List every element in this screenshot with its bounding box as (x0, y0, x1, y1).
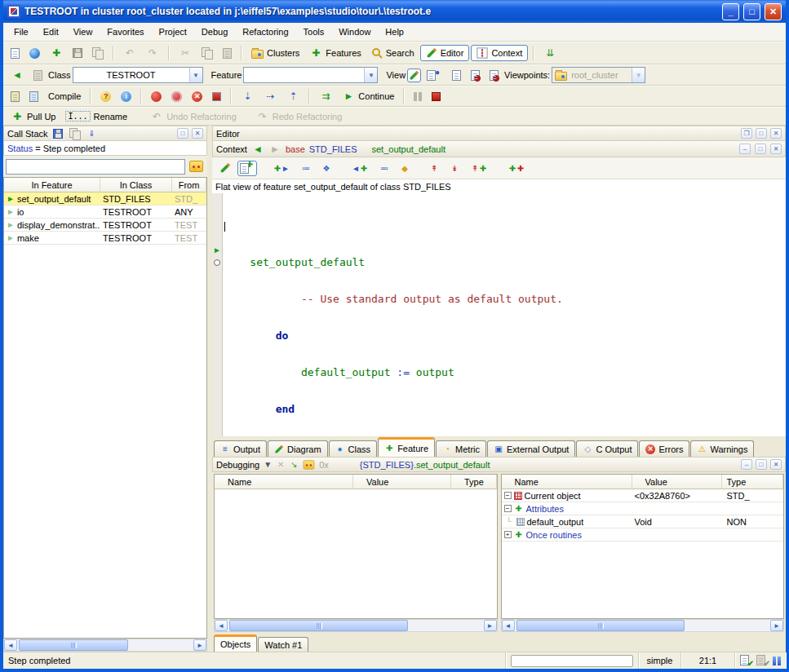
step-out-button[interactable] (282, 87, 304, 105)
col-value[interactable]: Value (353, 475, 451, 489)
class-history-button[interactable] (7, 66, 28, 84)
view-interface-button[interactable] (485, 68, 503, 83)
col-value[interactable]: Value (632, 475, 722, 489)
tab-objects[interactable]: Objects (214, 634, 257, 652)
call-stack-filter-input[interactable] (6, 159, 185, 175)
compile-button[interactable]: Compile (44, 89, 85, 104)
watch-hscrollbar[interactable]: ◄ ► (214, 619, 498, 632)
panel-maximize-button[interactable]: □ (756, 459, 767, 470)
assignees-button[interactable] (375, 159, 393, 177)
menu-refactoring[interactable]: Refactoring (235, 24, 295, 39)
menu-favorites[interactable]: Favorites (100, 24, 151, 39)
context-back-icon[interactable] (251, 143, 264, 156)
table-row[interactable]: ►set_output_default STD_FILES STD_ (4, 192, 206, 206)
col-in-class[interactable]: In Class (100, 178, 172, 192)
col-name[interactable]: Name (502, 475, 632, 489)
melt-button[interactable] (7, 89, 24, 104)
send-to-external-button[interactable] (539, 44, 561, 62)
feature-combobox[interactable]: ▼ (243, 67, 378, 83)
call-stack-hscrollbar[interactable]: ◄ ► (3, 639, 207, 652)
implementers-button[interactable] (503, 159, 530, 177)
view-contract-button[interactable] (467, 68, 484, 83)
disable-breakpoints-button[interactable] (167, 89, 186, 104)
clusters-button[interactable]: Clusters (247, 46, 304, 61)
menu-window[interactable]: Window (331, 24, 378, 39)
menu-edit[interactable]: Edit (36, 24, 66, 39)
enable-breakpoints-button[interactable] (147, 89, 166, 104)
scroll-right-icon[interactable]: ► (484, 620, 497, 631)
tab-c-output[interactable]: C Output (576, 440, 638, 457)
breakpoint-gutter[interactable]: ► (212, 193, 223, 436)
menu-view[interactable]: View (66, 24, 100, 39)
minimize-button[interactable]: _ (722, 3, 739, 20)
class-combobox[interactable]: TESTROOT ▼ (73, 67, 203, 83)
expand-icon[interactable]: + (504, 531, 512, 538)
creators-button[interactable] (317, 159, 335, 177)
breadcrumb-class[interactable]: STD_FILES (309, 144, 357, 154)
collapse-icon[interactable]: − (504, 492, 512, 499)
panel-minimize-button[interactable]: – (739, 144, 751, 154)
panel-maximize-button[interactable]: □ (177, 128, 188, 139)
col-type[interactable]: Type (722, 475, 784, 489)
stop-button[interactable] (428, 90, 445, 104)
table-row[interactable]: ►display_demonstrat... TESTROOT TEST (4, 219, 206, 232)
tab-external-output[interactable]: External Output (487, 440, 575, 457)
menu-help[interactable]: Help (378, 24, 411, 39)
view-clickable-button[interactable] (423, 68, 446, 83)
chevron-down-icon[interactable] (263, 458, 273, 471)
panel-maximize-button[interactable]: □ (756, 128, 767, 139)
scroll-thumb[interactable] (19, 639, 128, 651)
scroll-thumb[interactable] (229, 620, 408, 631)
tab-feature[interactable]: Feature (378, 437, 435, 457)
panel-close-button[interactable]: ✕ (770, 128, 782, 139)
code-editor[interactable]: set_output_default -- Use standard outpu… (223, 193, 786, 436)
scroll-left-icon[interactable]: ◄ (502, 620, 515, 631)
col-type[interactable]: Type (451, 475, 497, 489)
continue-button[interactable]: Continue (338, 87, 398, 105)
scroll-left-icon[interactable]: ◄ (4, 639, 17, 651)
edit-feature-button[interactable] (215, 160, 235, 176)
assigners-button[interactable] (297, 159, 315, 177)
scroll-thumb[interactable] (516, 620, 685, 631)
compile-help-button[interactable]: ? (96, 89, 115, 104)
chevron-down-icon[interactable]: ▼ (189, 68, 202, 82)
maximize-button[interactable]: □ (743, 3, 760, 20)
chevron-down-icon[interactable]: ▼ (364, 68, 377, 82)
scroll-right-icon[interactable]: ► (193, 639, 206, 651)
open-button[interactable] (25, 46, 44, 61)
breakpoint-slot-icon[interactable] (214, 259, 220, 266)
pull-up-button[interactable]: Pull Up (7, 108, 60, 126)
table-row[interactable]: ►make TESTROOT TEST (4, 232, 206, 245)
scroll-left-icon[interactable]: ◄ (215, 620, 228, 631)
homonyms-button[interactable] (466, 159, 492, 177)
rename-button[interactable]: I... Rename (61, 108, 131, 124)
tab-metric[interactable]: Metric (436, 440, 486, 457)
hex-bubble-icon[interactable] (304, 460, 315, 469)
run-ignore-breakpoints-button[interactable] (315, 87, 336, 105)
callers-button[interactable] (268, 159, 295, 177)
ancestors-button[interactable] (425, 159, 443, 177)
callees-button[interactable] (347, 159, 373, 177)
panel-close-button[interactable]: ✕ (770, 144, 782, 154)
col-from[interactable]: From (172, 178, 206, 192)
features-button[interactable]: Features (305, 44, 365, 62)
new-feature-button[interactable] (237, 161, 257, 176)
col-name[interactable]: Name (215, 475, 353, 489)
breakpoints-window-button[interactable] (208, 90, 225, 104)
remove-breakpoints-button[interactable]: ✕ (188, 89, 206, 104)
open-object-icon[interactable] (289, 458, 299, 471)
col-in-feature[interactable]: In Feature (4, 178, 100, 192)
breadcrumb-feature[interactable]: set_output_default (371, 144, 445, 154)
panel-close-button[interactable]: ✕ (192, 128, 203, 139)
editor-button[interactable]: Editor (420, 45, 470, 61)
panel-restore-button[interactable]: ❐ (741, 128, 752, 139)
menu-debug[interactable]: Debug (194, 24, 235, 39)
new-button[interactable] (7, 46, 24, 61)
menu-project[interactable]: Project (152, 24, 194, 39)
add-button[interactable] (46, 44, 67, 62)
freeze-button[interactable] (25, 89, 42, 104)
panel-close-button[interactable]: ✕ (770, 459, 782, 470)
table-row[interactable]: default_output Void NON (502, 515, 784, 528)
menu-file[interactable]: File (7, 24, 36, 39)
collapse-icon[interactable]: − (504, 505, 512, 512)
